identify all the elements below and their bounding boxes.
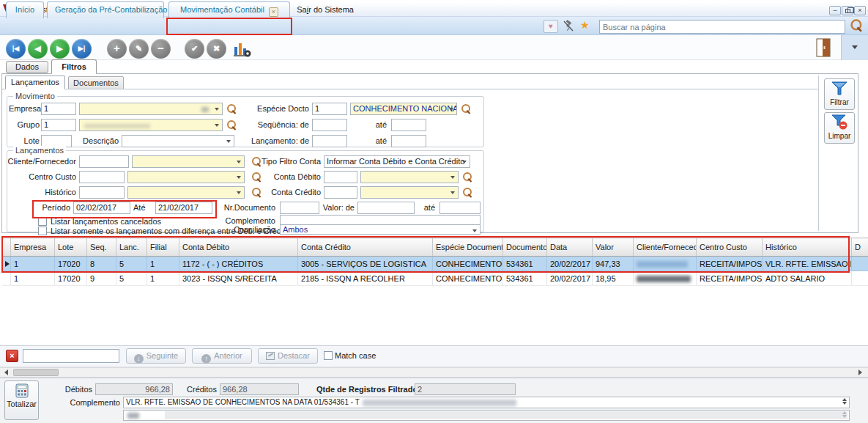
horizontal-scrollbar[interactable] (0, 367, 868, 378)
grupo-code-field[interactable]: 1 (41, 119, 76, 131)
scrollbar-thumb[interactable] (13, 369, 59, 376)
last-record-button[interactable]: ▶| (72, 39, 92, 59)
centro-custo-code-field[interactable] (79, 171, 125, 183)
tab-movimentacao-contabil[interactable]: Movimentação Contábil× (168, 1, 290, 18)
delete-button[interactable]: − (151, 39, 171, 59)
exit-door-button[interactable] (815, 37, 832, 58)
periodo-de-field[interactable]: 02/02/2017 (73, 202, 130, 214)
minimize-button[interactable]: – (829, 6, 841, 15)
complemento-field[interactable]: VLR. RFTE. EMISSAO DE CONHECIMENTOS NA D… (123, 397, 850, 408)
valor-ate-field[interactable] (439, 202, 481, 214)
conta-credito-combo[interactable] (360, 186, 459, 199)
col-conta-debito[interactable]: Conta Débito (179, 238, 298, 257)
complemento-line2-field[interactable] (123, 410, 850, 421)
close-button[interactable]: × (854, 6, 866, 15)
scroll-right-icon[interactable] (858, 369, 862, 375)
conta-debito-combo[interactable] (360, 171, 459, 183)
col-lote[interactable]: Lote (55, 238, 87, 257)
empresa-code-field[interactable]: 1 (41, 103, 76, 115)
tab-lancamentos[interactable]: Lançamentos (5, 76, 65, 89)
cliente-code-field[interactable] (79, 155, 129, 168)
historico-combo[interactable] (127, 186, 245, 199)
conta-credito-code-field[interactable] (324, 186, 357, 199)
col-empresa[interactable]: Empresa (11, 238, 55, 257)
tab-filtros[interactable]: Filtros (51, 59, 97, 74)
seguinte-button[interactable]: ↓Seguinte (126, 348, 186, 364)
toolbar-overflow-chevron-icon[interactable] (852, 45, 858, 49)
table-row[interactable]: 1 17020 8 5 1 1172 - ( - ) CRÉDITOS 3005… (2, 257, 868, 271)
col-seq[interactable]: Seq. (87, 238, 116, 257)
add-button[interactable]: + (107, 39, 127, 59)
especie-search-icon[interactable] (461, 104, 471, 114)
edit-button[interactable]: ✎ (129, 39, 149, 59)
conta-debito-code-field[interactable] (324, 171, 357, 183)
next-record-button[interactable]: ▶ (50, 39, 70, 59)
descricao-combo[interactable] (122, 135, 234, 147)
totalizar-button[interactable]: Totalizar (4, 380, 39, 420)
lancamento-de-field[interactable] (312, 135, 347, 147)
valor-de-field[interactable] (357, 202, 415, 214)
cancel-button[interactable]: ✖ (207, 39, 226, 59)
search-input[interactable] (599, 20, 845, 34)
col-data[interactable]: Data (547, 238, 593, 257)
tipo-filtro-conta-combo[interactable]: Informar Conta Débito e Conta Crédito (324, 155, 470, 168)
grupo-name-combo[interactable] (79, 119, 223, 131)
centro-custo-combo[interactable] (127, 171, 245, 183)
star-icon[interactable]: ★ (580, 19, 590, 31)
nr-documento-field[interactable] (280, 202, 319, 214)
col-lanc[interactable]: Lanc. (116, 238, 147, 257)
tab-documentos[interactable]: Documentos (68, 76, 124, 89)
chart-report-button[interactable] (233, 40, 252, 58)
listar-cancelados-checkbox[interactable] (38, 217, 47, 226)
previous-record-button[interactable]: ◀ (28, 39, 48, 59)
restore-button[interactable] (842, 6, 853, 15)
tab-geracao-pre-contabilizacao[interactable]: Geração da Pré-Contabilização (47, 1, 164, 18)
col-historico[interactable]: Histórico (763, 238, 852, 257)
find-close-button[interactable]: × (6, 350, 18, 362)
minimize-icon: – (833, 7, 837, 14)
listar-diferenca-checkbox[interactable] (38, 227, 47, 235)
conciliacao-combo[interactable]: Ambos (280, 224, 481, 235)
favorite-heart-button[interactable]: ♥ (544, 20, 558, 33)
especie-name-combo[interactable]: CONHECIMENTO NACIONAL (350, 103, 457, 115)
tab-inicio[interactable]: Início (6, 1, 44, 18)
col-documento[interactable]: Documento (503, 238, 547, 257)
search-magnifier-icon[interactable] (850, 19, 862, 31)
sequencia-ate-field[interactable] (391, 119, 426, 131)
scroll-left-icon[interactable] (4, 369, 8, 375)
col-conta-credito[interactable]: Conta Crédito (298, 238, 433, 257)
centro-custo-label: Centro Custo (7, 171, 76, 183)
tab-close-icon[interactable]: × (269, 7, 278, 17)
table-row[interactable]: 1 17020 9 5 1 3023 - ISSQN S/RECEITA 218… (2, 271, 868, 286)
lancamento-ate-field[interactable] (391, 135, 426, 147)
conta-credito-search-icon[interactable] (463, 188, 472, 197)
filtrar-button[interactable]: Filtrar (824, 78, 855, 110)
complemento-line2-spinner[interactable] (840, 411, 848, 420)
confirm-button[interactable]: ✔ (185, 39, 204, 59)
especie-code-field[interactable]: 1 (312, 103, 347, 115)
first-record-button[interactable]: |◀ (6, 39, 26, 59)
col-valor[interactable]: Valor (593, 238, 634, 257)
empresa-name-combo[interactable] (79, 103, 223, 115)
col-partial[interactable]: D (852, 238, 868, 257)
pin-disabled-icon[interactable] (563, 20, 574, 32)
valor-ate-label: até (418, 202, 435, 214)
sequencia-de-field[interactable] (312, 119, 347, 131)
periodo-ate-field[interactable]: 21/02/2017 (155, 202, 212, 214)
historico-code-field[interactable] (79, 186, 125, 199)
col-especie-documento[interactable]: Espécie Documento (433, 238, 503, 257)
complemento-spinner[interactable] (840, 397, 848, 408)
cliente-name-combo[interactable] (132, 155, 245, 168)
limpar-button[interactable]: Limpar (824, 112, 855, 144)
col-filial[interactable]: Filial (147, 238, 179, 257)
empresa-search-icon[interactable] (227, 104, 237, 114)
conta-debito-search-icon[interactable] (463, 172, 472, 182)
tab-dados[interactable]: Dados (6, 61, 48, 73)
menu-item-sair[interactable]: Sair do Sistema (291, 4, 360, 15)
find-input[interactable] (23, 349, 119, 363)
destacar-button[interactable]: Destacar (258, 348, 318, 364)
anterior-button[interactable]: ↑Anterior (192, 348, 252, 364)
match-case-checkbox[interactable] (324, 351, 333, 360)
col-centro-custo[interactable]: Centro Custo (697, 238, 763, 257)
col-cliente-fornecedor[interactable]: Cliente/Fornecedor (634, 238, 697, 257)
